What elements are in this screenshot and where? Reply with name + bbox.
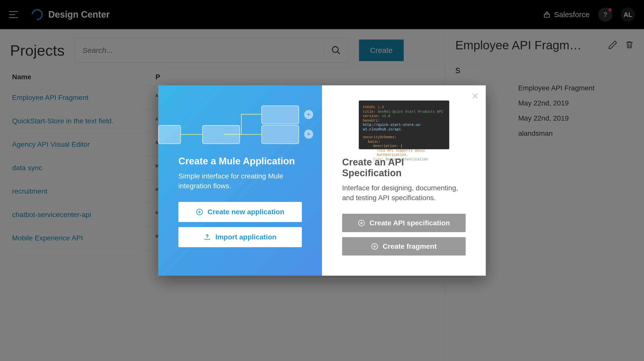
mule-title: Create a Mule Application: [178, 156, 302, 167]
code-preview: #%RAML 1.0 title: DevRel-Quick Start Pro…: [359, 100, 449, 149]
plus-circle-icon: [196, 208, 203, 215]
create-api-spec-button[interactable]: Create API specification: [342, 214, 466, 232]
create-modal: + + Create a Mule Application Simple int…: [158, 85, 486, 276]
plus-icon: +: [304, 110, 313, 119]
api-spec-title: Create an API Specification: [342, 157, 466, 178]
plus-circle-icon: [358, 220, 365, 227]
create-fragment-button[interactable]: Create fragment: [342, 237, 466, 256]
plus-circle-icon: [371, 243, 378, 250]
modal-overlay: + + Create a Mule Application Simple int…: [0, 0, 644, 361]
mule-desc: Simple interface for creating Mule integ…: [178, 171, 302, 191]
close-icon[interactable]: [472, 92, 479, 100]
modal-api-spec: #%RAML 1.0 title: DevRel-Quick Start Pro…: [322, 85, 486, 276]
plus-icon: +: [304, 130, 313, 139]
upload-icon: [204, 234, 211, 241]
api-spec-desc: Interface for designing, documenting, an…: [342, 183, 466, 203]
modal-mule-app: + + Create a Mule Application Simple int…: [158, 85, 322, 276]
flow-diagram: + +: [158, 95, 322, 148]
import-app-button[interactable]: Import application: [178, 227, 302, 247]
create-new-app-button[interactable]: Create new application: [178, 202, 302, 222]
